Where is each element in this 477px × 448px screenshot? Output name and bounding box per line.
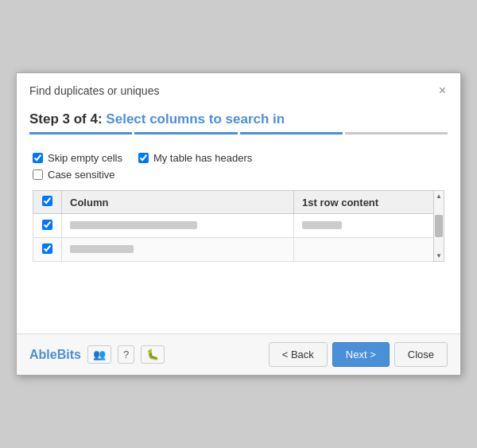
table-headers-label[interactable]: My table has headers [138,152,252,164]
row1-content-text [302,221,342,229]
skip-empty-cells-text: Skip empty cells [48,152,122,164]
next-button[interactable]: Next > [332,342,390,367]
table-headers-checkbox[interactable] [138,153,149,163]
brand-black: Able [29,348,57,361]
step-title: Step 3 of 4: Select columns to search in [29,111,448,127]
row2-checkbox[interactable] [42,243,52,254]
columns-table: Column 1st row content [33,190,444,262]
step-bar-3 [240,132,343,134]
step-progress [29,132,448,134]
spacer [17,270,460,333]
table-row [33,214,444,238]
row2-col-content [294,238,444,262]
row2-check-cell [33,238,62,262]
users-icon-button[interactable]: 👥 [87,345,111,364]
bug-icon: 🐛 [146,349,159,360]
row1-col-name [62,214,294,238]
row1-checkbox[interactable] [42,220,52,230]
options-row: Skip empty cells Case sensitive My table… [33,152,444,181]
option-col-left: Skip empty cells Case sensitive [33,152,122,181]
scrollbar[interactable]: ▲ ▼ [433,190,444,262]
scrollbar-up-arrow[interactable]: ▲ [434,191,444,201]
col-header-content: 1st row content [294,191,444,214]
step-bar-4 [345,132,448,134]
table-container: Column 1st row content [33,190,444,262]
case-sensitive-label[interactable]: Case sensitive [33,169,122,181]
table-row [33,238,444,262]
row2-col-name-text [70,245,134,253]
help-icon: ? [123,349,129,360]
bug-icon-button[interactable]: 🐛 [141,345,165,364]
row2-col-name [62,238,294,262]
table-headers-text: My table has headers [153,152,252,164]
case-sensitive-text: Case sensitive [48,169,115,181]
brand-name: AbleBits [29,348,81,362]
users-icon: 👥 [93,349,106,360]
find-duplicates-dialog: Find duplicates or uniques × Step 3 of 4… [16,72,461,376]
row1-check-cell [33,214,62,238]
select-all-checkbox[interactable] [42,196,52,206]
back-button[interactable]: < Back [269,342,328,367]
step-number: Step 3 of 4: [29,111,103,127]
brand-blue: Bits [57,348,81,361]
help-icon-button[interactable]: ? [118,345,134,364]
footer-right: < Back Next > Close [269,342,448,367]
step-bar-1 [29,132,132,134]
col-header-column: Column [62,191,294,214]
dialog-header: Find duplicates or uniques × [17,73,460,105]
col-header-check [33,191,62,214]
close-button[interactable]: Close [394,342,448,367]
option-col-right: My table has headers [138,152,252,181]
table-header-row: Column 1st row content [33,191,444,214]
dialog-title: Find duplicates or uniques [29,84,159,97]
step-description: Select columns to search in [106,111,285,127]
scrollbar-thumb[interactable] [435,215,443,237]
dialog-footer: AbleBits 👥 ? 🐛 < Back Next > Close [17,333,460,375]
step-bar-2 [134,132,237,134]
footer-left: AbleBits 👥 ? 🐛 [29,345,165,364]
row1-col-name-text [70,221,197,229]
dialog-close-button[interactable]: × [437,84,448,97]
skip-empty-cells-checkbox[interactable] [33,153,43,163]
content-area: Skip empty cells Case sensitive My table… [17,142,460,270]
row1-col-content [294,214,444,238]
step-header: Step 3 of 4: Select columns to search in [17,105,460,142]
case-sensitive-checkbox[interactable] [33,169,43,180]
skip-empty-cells-label[interactable]: Skip empty cells [33,152,122,164]
scrollbar-down-arrow[interactable]: ▼ [434,251,444,261]
